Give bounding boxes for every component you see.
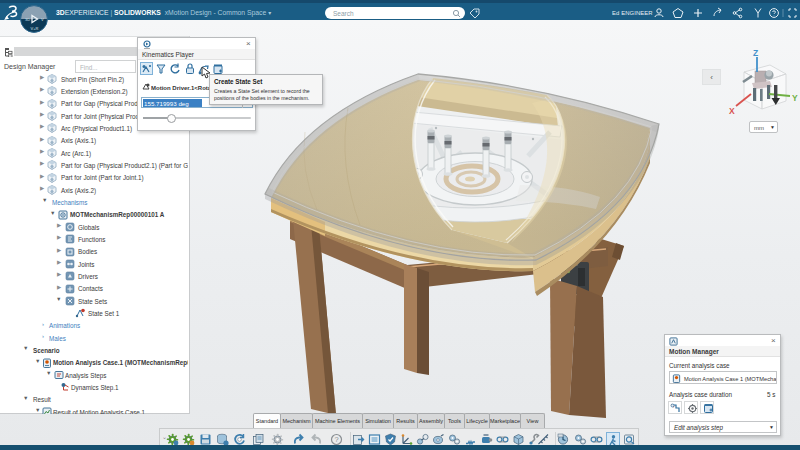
svg-text:Z: Z <box>753 48 758 58</box>
svg-text:?: ? <box>334 435 338 444</box>
svg-text:Y: Y <box>792 93 798 103</box>
svg-text:V+R: V+R <box>31 26 39 31</box>
svg-text:X: X <box>729 106 735 116</box>
svg-text:3D: 3D <box>25 17 30 22</box>
svg-text:V: V <box>41 17 44 22</box>
